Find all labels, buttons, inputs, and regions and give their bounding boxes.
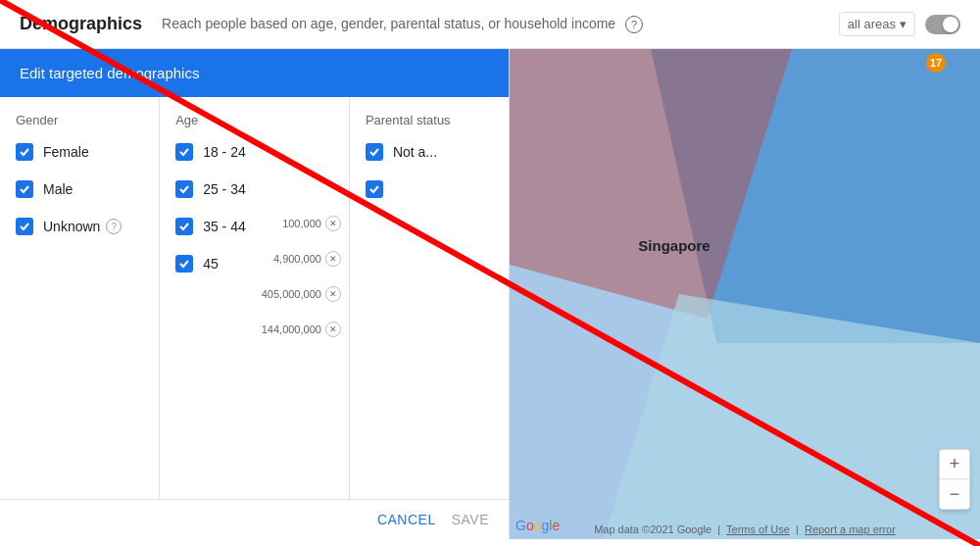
gender-female-item: Female [16,143,143,161]
map-panel: 17 Singapore Google Map data ©2021 Googl… [510,49,980,539]
demographics-header: Demographics Reach people based on age, … [0,0,980,49]
age-35-44-label: 35 - 44 [203,219,246,234]
female-label: Female [43,144,89,160]
male-checkbox[interactable] [16,180,33,198]
checkmark-icon [178,221,190,232]
parental-status-column-header: Parental status [366,113,493,127]
toggle-switch[interactable] [925,15,960,34]
parental-second-checkbox[interactable] [366,180,383,198]
age-35-44-item: 35 - 44 [175,218,246,235]
parental-status-column: Parental status Not a... [350,97,509,499]
checkmark-icon [368,146,380,158]
singapore-label: Singapore [638,237,710,254]
gender-unknown-item: Unknown ? [16,218,143,235]
parental-not-a-item: Not a... [366,143,493,161]
age-column-wrapper: Age 18 - 24 [160,97,350,499]
age-column: Age 18 - 24 [160,97,262,499]
remove-age-extra-1-button[interactable]: ✕ [325,286,341,302]
all-areas-button[interactable]: all areas ▾ [839,12,915,36]
demographics-table: Gender Female Male [0,97,509,499]
remove-age-35-44-button[interactable]: ✕ [325,216,341,231]
checkmark-icon [178,146,190,158]
google-logo: Google [515,518,560,533]
left-panel: Edit targeted demographics Gender Female [0,49,510,539]
checkmark-icon [19,183,30,195]
parental-not-a-checkbox[interactable] [366,143,383,161]
age-column-header: Age [175,113,246,127]
unknown-help-icon[interactable]: ? [106,219,122,234]
age-extra-count-1: 405,000,000 ✕ [262,286,341,302]
header-description: Reach people based on age, gender, paren… [162,16,839,33]
toggle-knob [943,17,958,32]
save-button[interactable]: SAVE [452,512,489,527]
report-map-error-link[interactable]: Report a map error [805,523,896,535]
map-number-badge: 17 [926,53,946,73]
dropdown-arrow-icon: ▾ [900,17,906,31]
age-18-24-label: 18 - 24 [203,144,246,160]
edit-header: Edit targeted demographics [0,49,509,97]
age-18-24-item: 18 - 24 [175,143,246,161]
age-45-label: 45 [203,256,219,272]
age-numbers-column: — ✕ — ✕ 100,000 ✕ 4,900,000 [262,97,349,499]
cancel-button[interactable]: CANCEL [377,512,436,527]
main-layout: Edit targeted demographics Gender Female [0,49,980,539]
age-35-44-checkbox[interactable] [175,218,193,235]
age-45-count: 4,900,000 ✕ [273,251,341,267]
panel-footer: CANCEL SAVE [0,499,509,539]
zoom-out-button[interactable]: − [940,479,969,509]
zoom-controls: + − [939,449,970,510]
female-checkbox[interactable] [16,143,33,161]
parental-second-item [366,180,493,198]
age-18-24-checkbox[interactable] [175,143,193,161]
age-35-44-count: 100,000 ✕ [282,216,341,231]
checkmark-icon [368,183,380,195]
checkmark-icon [19,221,30,232]
age-45-checkbox[interactable] [175,255,193,273]
unknown-label: Unknown ? [43,219,122,234]
gender-column: Gender Female Male [0,97,160,499]
checkmark-icon [178,183,190,195]
header-help-icon[interactable]: ? [625,16,643,33]
checkmark-icon [178,258,190,270]
parental-not-a-label: Not a... [393,144,437,160]
age-25-34-label: 25 - 34 [203,181,246,197]
age-25-34-item: 25 - 34 [175,180,246,198]
page-title: Demographics [20,14,142,34]
age-extra-count-2: 144,000,000 ✕ [262,322,341,337]
checkmark-icon [19,146,30,158]
map-attribution: Map data ©2021 Google | Terms of Use | R… [594,523,896,535]
gender-male-item: Male [16,180,143,198]
map-background: 17 Singapore Google Map data ©2021 Googl… [510,49,980,539]
age-25-34-checkbox[interactable] [175,180,193,198]
age-45-item: 45 [175,255,246,273]
terms-of-use-link[interactable]: Terms of Use [726,523,790,535]
gender-column-header: Gender [16,113,143,127]
header-right: all areas ▾ [839,12,960,36]
remove-age-extra-2-button[interactable]: ✕ [325,322,341,337]
zoom-in-button[interactable]: + [940,450,969,479]
unknown-checkbox[interactable] [16,218,33,235]
male-label: Male [43,181,73,197]
remove-age-45-button[interactable]: ✕ [325,251,341,267]
